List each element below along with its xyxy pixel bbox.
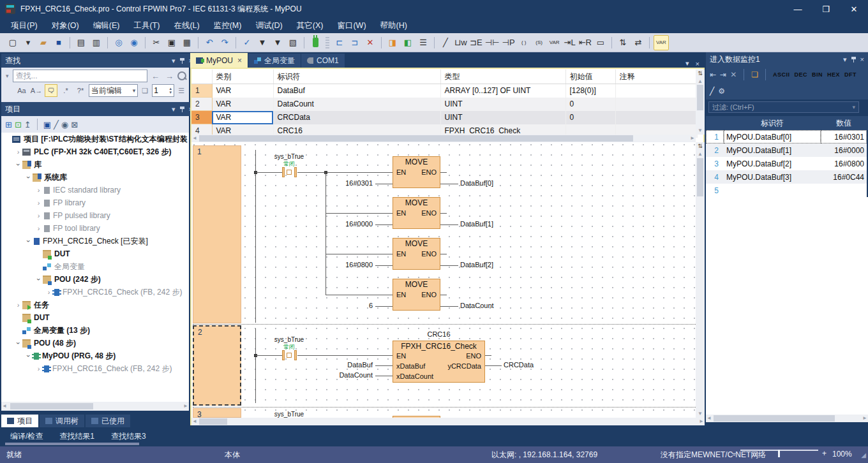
project-tree-hscrollbar[interactable]: ◄ ► [1,402,189,411]
print-icon[interactable]: ▥ [89,36,103,50]
move-block[interactable]: MOVEENENO [393,156,440,188]
zoom-slider-thumb[interactable] [778,450,780,457]
close-button[interactable]: ✕ [840,0,868,18]
monitor-row[interactable]: 5 [706,184,867,197]
maximize-button[interactable]: ❒ [812,0,840,18]
search-scope-select[interactable]: 当前编辑▾ [89,84,138,97]
tree-item[interactable]: ›FP tool library [1,222,189,235]
cell-kind[interactable]: VAR [212,111,273,124]
message-strip-scrollthumb[interactable] [5,443,139,445]
search-comments-button[interactable]: 🗨 [45,84,57,97]
menu-其它(X)[interactable]: 其它(X) [290,18,331,33]
project-pin-icon[interactable] [180,107,184,112]
menu-工具(T)[interactable]: 工具(T) [126,18,167,33]
move-block[interactable]: MOVEENENO [393,197,440,229]
monitor-cell-identifier[interactable] [724,184,821,197]
input-var-tool-icon[interactable]: ⇥L [563,36,577,50]
monitor-hscrollbar[interactable]: ◄ ► [706,415,868,422]
network-margin[interactable]: 3 [193,408,241,418]
cell-initial[interactable]: 0 [565,111,615,124]
coil-set-tool-icon[interactable]: (S) [532,36,546,50]
comment-tool-icon[interactable]: ▭ [594,36,608,50]
move-block[interactable]: MOVEENENO [393,279,440,311]
tree-item[interactable]: ›IEC standard library [1,184,189,196]
search-input[interactable] [13,70,147,82]
new-project-icon[interactable]: ▢ [6,36,20,50]
rename-item-icon[interactable]: ╱ [54,120,59,129]
menu-在线(L)[interactable]: 在线(L) [167,18,206,33]
col-type[interactable]: 类型 [440,70,565,84]
tab-COM1[interactable]: COM1 [301,54,345,68]
monitor-cell-value[interactable]: 16#0C44 [821,170,867,184]
monitor-filter-input[interactable]: 过滤: (Ctrl+F) ▾ [708,101,859,113]
tree-item[interactable]: ›FPXH_CRC16_Check (FB, 242 步) [1,286,189,298]
tree-item[interactable]: ›POU (48 步) [1,337,189,349]
ladder-vscrollbar[interactable]: ▲ ▼ [696,151,705,418]
print-preview-icon[interactable]: ▤ [74,36,88,50]
tree-item[interactable]: ›FPXH_CRC16_Check (FB, 242 步) [1,362,189,375]
contact-w-tool-icon[interactable]: ⊔w [454,36,468,50]
online-mode-icon[interactable] [308,36,322,50]
undo-icon[interactable]: ↶ [202,36,216,50]
copy-icon[interactable]: ▣ [165,36,179,50]
menu-窗口(W)[interactable]: 窗口(W) [330,18,373,33]
find-icon[interactable]: ◎ [112,36,126,50]
new-project-caret-icon[interactable]: ▾ [21,36,35,50]
cascade-icon[interactable]: ❏ [751,70,758,79]
tree-expander-icon[interactable]: › [34,224,43,232]
search-list-icon[interactable]: ☰ [176,87,186,95]
resize-grip-icon[interactable]: ◢ [861,452,866,459]
monitor-row[interactable]: 3MyPOU.DataBuf[2]16#0800 [706,157,867,170]
zoom-in-button[interactable]: + [822,449,827,458]
ladder-splitter-button[interactable]: ⇅ [696,142,705,151]
cell-comment[interactable] [615,98,697,111]
tree-item[interactable]: ›POU (242 步) [1,273,189,286]
col-comment[interactable]: 注释 [615,70,697,84]
cell-identifier[interactable]: CRCData [273,111,440,124]
monitor-cell-identifier[interactable]: MyPOU.DataBuf[3] [724,170,821,184]
remove-item-icon[interactable]: ⊠ [71,120,78,129]
fb-block[interactable]: FPXH_CRC16_CheckENENOxDataBufyCRCDataxDa… [393,341,485,383]
message-tab-编译/检查[interactable]: 编译/检查 [10,431,43,442]
compile-off-icon[interactable]: ▧ [286,36,300,50]
cell-identifier[interactable]: DataCount [273,98,440,111]
col-kind[interactable]: 类别 [212,70,273,84]
tabbar-close-icon[interactable]: × [696,60,700,68]
col-identifier[interactable]: 标识符 [273,70,440,84]
menu-编辑(E)[interactable]: 编辑(E) [86,18,127,33]
tree-item[interactable]: ›FP library [1,196,189,209]
edit-pencil-icon[interactable]: ╱ [710,87,714,96]
variable-row[interactable]: 3VARCRCDataUINT0 [191,111,697,124]
split-vertical-icon[interactable]: ⇄ [631,36,645,50]
search-collapse-icon[interactable]: ▾ [4,73,11,79]
tree-item[interactable]: DUT [1,311,189,324]
tree-expander-icon[interactable]: › [15,161,22,169]
tree-expander-icon[interactable]: › [14,148,22,156]
tree-item[interactable]: DUT [1,247,189,260]
new-item-icon[interactable]: ▣ [43,120,51,129]
insert-row-after-icon[interactable]: ⇥ [720,70,726,79]
tree-expander-icon[interactable]: › [25,237,33,246]
ladder-hscrollbar[interactable]: ◄ ► [191,418,705,425]
format-button-DEC[interactable]: DEC [794,71,807,78]
monitor-row[interactable]: 2MyPOU.DataBuf[1]16#0000 [706,143,867,157]
settings-gear-icon[interactable]: ⚙ [718,87,725,96]
dock-tab-调用树[interactable]: 调用树 [40,415,84,427]
monitor-cell-value[interactable] [821,184,867,197]
tree-item[interactable]: ›FPXH_CRC16_Check [已安装] [1,235,189,247]
move-level-icon[interactable]: ◨ [385,36,400,50]
message-tab-查找结果3[interactable]: 查找结果3 [111,431,146,442]
delete-row-icon[interactable]: ✕ [730,70,737,79]
table-vscrollbar[interactable]: ▲ ▼ [696,78,705,135]
insert-row-before-icon[interactable]: ⇤ [710,70,716,79]
move-block[interactable]: MOVEENENO [393,238,440,270]
delete-network-icon[interactable]: ✕ [363,36,377,50]
export-object-icon[interactable]: ↥ [24,120,31,129]
coil-e-tool-icon[interactable]: ⊐E [469,36,483,50]
search-count-stepper[interactable]: 1 ▲▼ [152,84,174,97]
tree-expander-icon[interactable]: › [35,276,43,284]
insert-network-after-icon[interactable]: ⊐ [348,36,362,50]
monitor-cell-value[interactable]: 16#0301 [821,130,867,143]
monitor-cell-value[interactable]: 16#0000 [821,143,867,157]
menu-监控(M)[interactable]: 监控(M) [207,18,249,33]
